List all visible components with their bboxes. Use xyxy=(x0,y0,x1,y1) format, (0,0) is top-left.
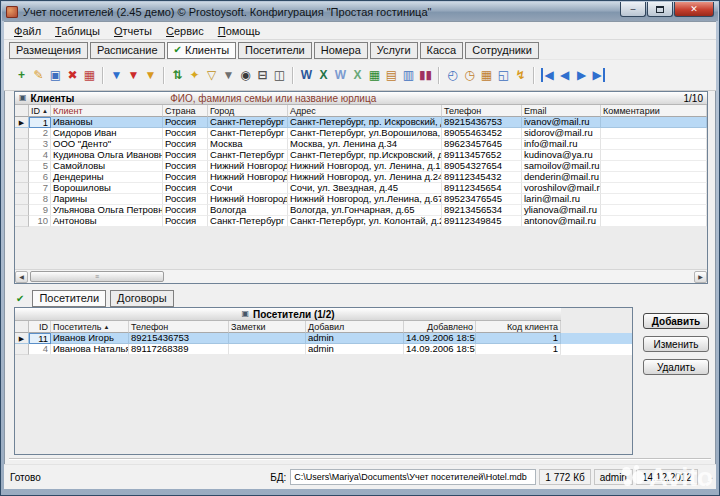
export-word-icon[interactable]: W xyxy=(298,66,315,85)
id-cell[interactable]: 11 xyxy=(29,333,51,344)
address-cell[interactable]: Санкт-Петербург, пр.Искровский, д. 43 xyxy=(288,150,442,161)
table-row[interactable]: 4Кудинова Ольга ИвановнаРоссияСанкт-Пете… xyxy=(15,150,707,161)
comments-cell[interactable] xyxy=(601,205,707,216)
close-button[interactable]: ✕ xyxy=(674,2,714,17)
phone-cell[interactable]: 89215436753 xyxy=(129,333,229,344)
id-cell[interactable]: 6 xyxy=(29,172,51,183)
city-cell[interactable]: Санкт-Петербург xyxy=(208,128,288,139)
refresh-icon[interactable]: ↯ xyxy=(512,66,529,85)
table-row[interactable]: 6ДендериныРоссияНижний НовгородНижний Но… xyxy=(15,172,707,183)
address-cell[interactable]: Санкт-Петербург, ул. Колонтай, д.23 xyxy=(288,216,442,227)
column-header-id[interactable]: ID xyxy=(29,321,51,333)
column-header-phone[interactable]: Телефон xyxy=(442,105,522,117)
email-cell[interactable]: voroshilov@mail.ru xyxy=(522,183,601,194)
phone-cell[interactable]: 89623457645 xyxy=(442,139,522,150)
phone-cell[interactable]: 89055463452 xyxy=(442,128,522,139)
city-cell[interactable]: Нижний Новгород xyxy=(208,161,288,172)
tab-cashdesk[interactable]: Касса xyxy=(420,42,464,59)
city-cell[interactable]: Санкт-Петербург xyxy=(208,117,288,128)
column-header-address[interactable]: Адрес xyxy=(288,105,442,117)
tab-visitors[interactable]: Посетители xyxy=(32,290,106,307)
table-row[interactable]: 9Ульянова Ольга ПетровнаРоссияВологдаВол… xyxy=(15,205,707,216)
column-header-added-by[interactable]: Добавил xyxy=(306,321,404,333)
country-cell[interactable]: Россия xyxy=(163,183,208,194)
client-cell[interactable]: Дендерины xyxy=(51,172,163,183)
scrollbar-thumb[interactable]: ≡ xyxy=(30,271,164,282)
client-code-cell[interactable]: 1 xyxy=(476,333,561,344)
city-cell[interactable]: Санкт-Петербург xyxy=(208,150,288,161)
scroll-right-icon[interactable]: ▶ xyxy=(694,271,707,283)
minimize-button[interactable]: – xyxy=(620,2,646,17)
address-cell[interactable]: Сочи, ул. Звездная, д.45 xyxy=(288,183,442,194)
export-file-icon[interactable]: ▤ xyxy=(383,66,400,85)
resize-grip[interactable]: ⋰ xyxy=(701,477,714,489)
visitor-cell[interactable]: Иванова Наталья xyxy=(51,344,129,355)
client-cell[interactable]: ООО "Денто" xyxy=(51,139,163,150)
email-cell[interactable]: sidorov@mail.ru xyxy=(522,128,601,139)
add-button[interactable]: Добавить xyxy=(643,313,709,329)
comments-cell[interactable] xyxy=(601,216,707,227)
edit-button[interactable]: Изменить xyxy=(643,336,709,352)
menu-reports[interactable]: Отчеты xyxy=(107,24,159,38)
id-cell[interactable]: 8 xyxy=(29,194,51,205)
email-cell[interactable]: samoilov@mail.ru xyxy=(522,161,601,172)
table-row[interactable]: 4Иванова Наталья89117268389admin14.09.20… xyxy=(15,344,632,355)
nav-prev-icon[interactable]: ◀ xyxy=(556,66,573,85)
id-cell[interactable]: 3 xyxy=(29,139,51,150)
column-header-city[interactable]: Город xyxy=(208,105,288,117)
report-word-icon[interactable]: W xyxy=(332,66,349,85)
search-icon[interactable]: ◉ xyxy=(237,66,254,85)
copy-record-icon[interactable]: ▣ xyxy=(47,66,64,85)
client-code-cell[interactable]: 1 xyxy=(476,344,561,355)
country-cell[interactable]: Россия xyxy=(163,205,208,216)
table-row[interactable]: 3ООО "Денто"РоссияМоскваМосква, ул. Лени… xyxy=(15,139,707,150)
menu-help[interactable]: Помощь xyxy=(211,24,268,38)
id-cell[interactable]: 10 xyxy=(29,216,51,227)
city-cell[interactable]: Нижний Новгород xyxy=(208,194,288,205)
tab-services[interactable]: Услуги xyxy=(370,42,418,59)
client-cell[interactable]: Ворошиловы xyxy=(51,183,163,194)
city-cell[interactable]: Москва xyxy=(208,139,288,150)
id-cell[interactable]: 5 xyxy=(29,161,51,172)
nav-next-icon[interactable]: ▶ xyxy=(573,66,590,85)
column-header-notes[interactable]: Заметки xyxy=(229,321,306,333)
phone-cell[interactable]: 89113457652 xyxy=(442,150,522,161)
filter-apply-icon[interactable]: ▼ xyxy=(108,66,125,85)
import-icon[interactable]: ▥ xyxy=(400,66,417,85)
comments-cell[interactable] xyxy=(601,139,707,150)
phone-cell[interactable]: 89215436753 xyxy=(442,117,522,128)
country-cell[interactable]: Россия xyxy=(163,161,208,172)
tab-placements[interactable]: Размещения xyxy=(9,42,88,59)
address-cell[interactable]: Москва, ул. Ленина д.34 xyxy=(288,139,442,150)
phone-cell[interactable]: 89523476545 xyxy=(442,194,522,205)
menu-tables[interactable]: Таблицы xyxy=(48,24,107,38)
report-excel-icon[interactable]: X xyxy=(349,66,366,85)
history-window-icon[interactable]: ◱ xyxy=(495,66,512,85)
phone-cell[interactable]: 89112349845 xyxy=(442,216,522,227)
tab-schedule[interactable]: Расписание xyxy=(90,42,165,59)
country-cell[interactable]: Россия xyxy=(163,139,208,150)
added-by-cell[interactable]: admin xyxy=(306,333,404,344)
address-cell[interactable]: Нижний Новгород, ул. Ленина д.24 xyxy=(288,172,442,183)
menu-file[interactable]: Файл xyxy=(7,24,48,38)
comments-cell[interactable] xyxy=(601,194,707,205)
column-header-country[interactable]: Страна xyxy=(163,105,208,117)
edit-record-icon[interactable]: ✎ xyxy=(30,66,47,85)
add-record-icon[interactable]: + xyxy=(13,66,30,85)
email-cell[interactable]: larin@mail.ru xyxy=(522,194,601,205)
table-row[interactable]: 8ЛариныРоссияНижний НовгородНижний Новго… xyxy=(15,194,707,205)
client-cell[interactable]: Сидоров Иван xyxy=(51,128,163,139)
filter-exclude-icon[interactable]: ▼ xyxy=(125,66,142,85)
horizontal-scrollbar[interactable]: ◀ ≡ ▶ xyxy=(15,269,707,283)
address-cell[interactable]: Нижний Новгород, ул.Ленина, д.67 xyxy=(288,194,442,205)
column-header-client-code[interactable]: Код клиента xyxy=(476,321,561,333)
table-row[interactable]: 7ВорошиловыРоссияСочиСочи, ул. Звездная,… xyxy=(15,183,707,194)
notes-cell[interactable] xyxy=(229,344,306,355)
print-icon[interactable]: ⊟ xyxy=(254,66,271,85)
table-row[interactable]: ▶11Иванов Игорь89215436753admin14.09.200… xyxy=(15,333,632,344)
table-row[interactable]: ▶1ИвановыРоссияСанкт-ПетербургСанкт-Пете… xyxy=(15,117,707,128)
client-cell[interactable]: Ларины xyxy=(51,194,163,205)
filter-field-icon[interactable]: ▽ xyxy=(203,66,220,85)
column-header-client[interactable]: Клиент xyxy=(51,105,163,117)
email-cell[interactable]: antonov@mail.ru xyxy=(522,216,601,227)
